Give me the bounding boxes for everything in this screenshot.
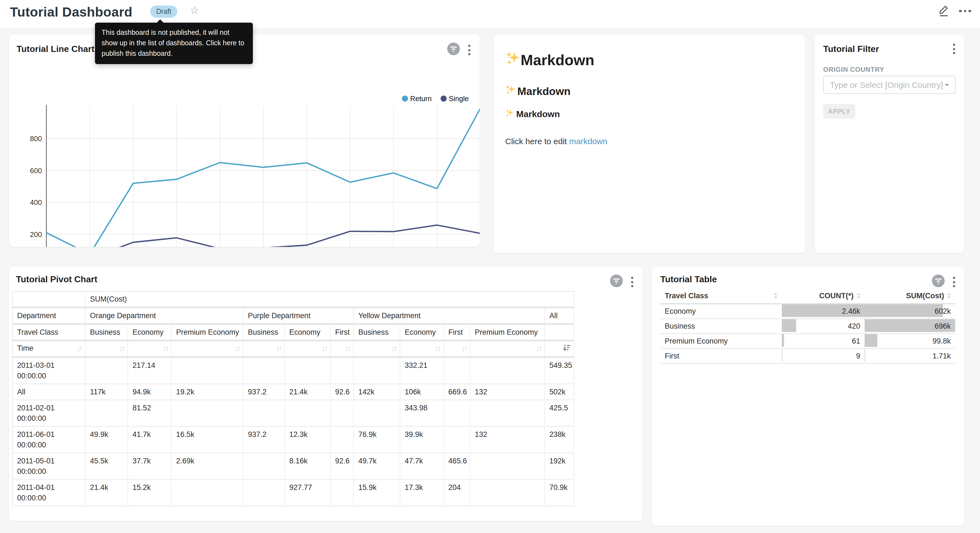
sort-toggle-icon[interactable]: ↓↑ xyxy=(536,343,541,353)
pivot-sort-cell xyxy=(545,340,574,357)
markdown-edit-link[interactable]: markdown xyxy=(569,136,607,146)
pivot-sort-cell: ↓↑ xyxy=(354,340,400,357)
panel-menu-icon[interactable] xyxy=(467,44,471,56)
table-row: First91.71k xyxy=(660,348,955,364)
pivot-value-cell: 45.5k xyxy=(85,453,128,479)
pivot-value-cell: 21.4k xyxy=(85,479,128,506)
markdown-heading-3: Markdown xyxy=(505,109,805,119)
filter-badge-icon[interactable] xyxy=(932,274,945,289)
pivot-row-label: 2011-02-0100:00:00 xyxy=(13,400,85,426)
pivot-sort-cell: ↓↑ xyxy=(400,340,444,357)
origin-country-select[interactable]: Type or Select [Origin Country] xyxy=(823,76,956,94)
pivot-value-cell xyxy=(331,479,354,506)
pivot-value-cell: 39.9k xyxy=(400,426,444,453)
value-bar xyxy=(782,319,796,332)
legend-item-return[interactable]: Return xyxy=(402,94,432,103)
draft-tooltip: This dashboard is not published, it will… xyxy=(95,22,253,64)
markdown-heading-2: Markdown xyxy=(505,85,805,98)
pivot-column-header: Premium Economy xyxy=(172,324,243,340)
filter-badge-icon[interactable] xyxy=(610,274,623,289)
panel-menu-icon[interactable] xyxy=(952,276,956,288)
legend-item-single[interactable]: Single xyxy=(441,94,469,103)
value-bar xyxy=(782,349,782,362)
sort-toggle-icon[interactable]: ↓↑ xyxy=(435,343,440,353)
pivot-chart-title: Tutorial Pivot Chart xyxy=(16,274,97,284)
pivot-value-cell xyxy=(444,426,470,453)
pivot-column-header: Business xyxy=(354,324,400,340)
sort-descending-active-icon[interactable] xyxy=(563,344,570,354)
pivot-value-cell: 937.2 xyxy=(243,384,285,400)
pivot-value-cell: 937.2 xyxy=(243,426,285,453)
pivot-group-header: Orange Department xyxy=(85,307,243,324)
pivot-value-cell xyxy=(172,479,243,506)
pivot-value-cell xyxy=(85,400,128,426)
pivot-dimension-label: Department xyxy=(13,307,85,324)
sort-toggle-icon[interactable]: ↓↑ xyxy=(235,343,240,353)
pivot-value-cell xyxy=(470,479,545,506)
markdown-heading-1: Markdown xyxy=(505,51,805,70)
panel-menu-icon[interactable] xyxy=(630,276,635,288)
sort-toggle-icon[interactable]: ↓↑ xyxy=(77,343,82,353)
filter-badge-icon[interactable] xyxy=(447,43,460,57)
data-table: Travel ClassCOUNT(*)SUM(Cost)Economy2.46… xyxy=(660,288,955,364)
pivot-sort-cell: ↓↑ xyxy=(285,340,331,357)
pivot-value-cell xyxy=(470,453,545,479)
column-header-sum-cost[interactable]: SUM(Cost) xyxy=(865,288,955,304)
pivot-sort-cell: ↓↑ xyxy=(128,340,172,357)
svg-text:800: 800 xyxy=(30,134,42,143)
apply-button[interactable]: APPLY xyxy=(823,104,855,119)
pivot-chart-panel: Tutorial Pivot Chart SUM(Cost)Department… xyxy=(9,266,643,521)
pivot-value-cell xyxy=(331,400,354,426)
pivot-row-label: 2011-05-0100:00:00 xyxy=(13,453,85,479)
pivot-value-cell xyxy=(172,400,243,426)
value-bar xyxy=(782,334,784,347)
draft-badge[interactable]: Draft xyxy=(150,6,177,18)
sort-caret-icon xyxy=(774,294,777,298)
pivot-value-cell: 192k xyxy=(545,453,574,479)
count-cell: 2.46k xyxy=(782,304,865,319)
pivot-value-cell: 70.9k xyxy=(545,479,574,506)
sort-toggle-icon[interactable]: ↓↑ xyxy=(391,343,396,353)
filter-panel: Tutorial Filter ORIGIN COUNTRY Type or S… xyxy=(815,34,964,253)
pivot-column-header: First xyxy=(331,324,354,340)
edit-dashboard-button[interactable] xyxy=(938,5,950,18)
column-header-count[interactable]: COUNT(*) xyxy=(782,288,865,304)
pivot-value-cell: 238k xyxy=(545,426,574,453)
pivot-value-cell xyxy=(470,357,545,384)
pivot-sort-cell: ↓↑ xyxy=(243,340,285,357)
value-bar xyxy=(865,334,878,347)
sparkles-icon xyxy=(505,109,514,119)
pivot-value-cell: 92.6 xyxy=(331,384,354,400)
legend-label: Single xyxy=(449,94,469,103)
pivot-value-cell: 425.5 xyxy=(545,400,574,426)
sparkles-icon xyxy=(505,51,520,70)
pivot-value-cell xyxy=(285,357,331,384)
column-header-travel-class[interactable]: Travel Class xyxy=(660,288,782,304)
pivot-column-header xyxy=(545,324,574,340)
sort-toggle-icon[interactable]: ↓↑ xyxy=(276,343,281,353)
pivot-value-cell: 94.9k xyxy=(128,384,172,400)
panel-menu-icon[interactable] xyxy=(952,43,956,55)
pivot-value-cell: 117k xyxy=(85,384,128,400)
sum-cell: 602k xyxy=(865,304,955,319)
travel-class-cell: Economy xyxy=(660,304,782,319)
more-actions-button[interactable] xyxy=(959,9,971,13)
pivot-value-cell xyxy=(243,400,285,426)
sort-toggle-icon[interactable]: ↓↑ xyxy=(345,343,350,353)
table-panel: Tutorial Table Travel ClassCOUNT(*)SUM(C… xyxy=(651,266,964,526)
pivot-value-cell xyxy=(354,400,400,426)
sort-toggle-icon[interactable]: ↓↑ xyxy=(461,343,466,353)
sort-toggle-icon[interactable]: ↓↑ xyxy=(163,343,168,353)
pivot-table: SUM(Cost)DepartmentOrange DepartmentPurp… xyxy=(12,291,574,506)
sort-caret-icon xyxy=(947,294,951,298)
pivot-value-cell: 37.7k xyxy=(128,453,172,479)
filter-panel-title: Tutorial Filter xyxy=(823,44,879,54)
pivot-row-label: 2011-06-0100:00:00 xyxy=(13,426,85,453)
page-title: Tutorial Dashboard xyxy=(10,5,132,20)
sort-toggle-icon[interactable]: ↓↑ xyxy=(119,343,124,353)
favorite-star-icon[interactable]: ☆ xyxy=(190,4,199,17)
line-chart: 200400600800FebruaryMarchAprilMayJuneJul… xyxy=(20,104,480,247)
sort-toggle-icon[interactable]: ↓↑ xyxy=(322,343,327,353)
svg-text:400: 400 xyxy=(30,198,42,207)
pivot-value-cell xyxy=(172,357,243,384)
